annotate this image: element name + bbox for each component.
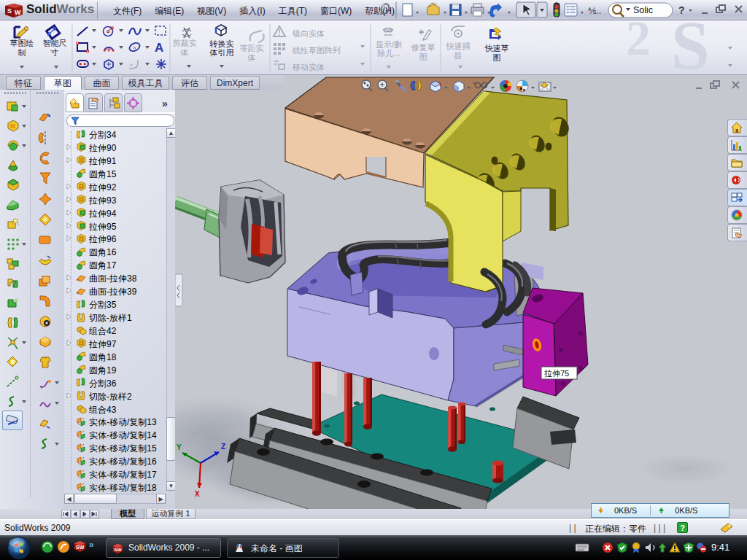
svg-text:X: X xyxy=(195,490,200,498)
svg-text:⅍..: ⅍.. xyxy=(588,6,601,16)
svg-text:S: S xyxy=(7,7,12,15)
svg-text:拉伸75: 拉伸75 xyxy=(544,369,569,378)
svg-text:Z: Z xyxy=(221,443,225,451)
svg-text:S: S xyxy=(671,20,710,75)
svg-text:Solic: Solic xyxy=(633,5,653,15)
svg-text:Y: Y xyxy=(177,443,182,451)
svg-text:A: A xyxy=(155,41,163,53)
svg-text:SW: SW xyxy=(76,545,85,550)
svg-text:?: ? xyxy=(678,4,685,16)
svg-text:W: W xyxy=(15,9,21,16)
svg-text:2: 2 xyxy=(626,20,651,66)
svg-text:SW: SW xyxy=(115,547,122,552)
